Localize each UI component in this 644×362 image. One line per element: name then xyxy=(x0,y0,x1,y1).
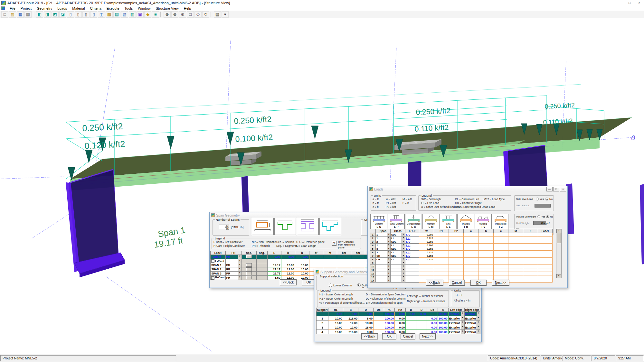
table-cell[interactable] xyxy=(242,259,256,263)
toolbar-button-15[interactable]: ▤ xyxy=(113,11,120,18)
table-cell[interactable]: 12.00 xyxy=(343,321,358,325)
table-cell[interactable]: 0.00 xyxy=(295,255,309,259)
table-cell[interactable]: 0.250 xyxy=(419,233,434,237)
table-cell[interactable] xyxy=(434,275,449,279)
table-cell[interactable]: 10.00 xyxy=(295,263,309,267)
table-cell[interactable]: Interior▼ xyxy=(464,312,480,316)
table-cell[interactable] xyxy=(538,275,553,279)
table-cell[interactable] xyxy=(464,261,478,265)
dropdown-arrow[interactable]: ▼ xyxy=(402,254,405,257)
table-cell[interactable] xyxy=(538,251,553,254)
scroll-thumb[interactable] xyxy=(557,233,561,243)
table-cell[interactable] xyxy=(323,255,337,259)
table-cell[interactable] xyxy=(434,251,449,254)
table-cell[interactable] xyxy=(538,261,553,265)
dropdown-arrow[interactable]: ▼ xyxy=(238,263,242,267)
table-cell[interactable] xyxy=(538,254,553,258)
table-cell[interactable]: 0.00 xyxy=(395,321,406,325)
table-cell[interactable] xyxy=(478,240,494,244)
table-cell[interactable] xyxy=(419,272,434,275)
skip-no-radio[interactable] xyxy=(545,198,548,200)
table-cell[interactable]: SPAN 3 xyxy=(211,272,226,276)
table-cell[interactable]: 2 xyxy=(317,321,328,325)
table-cell[interactable]: Typical xyxy=(211,255,226,259)
table-cell[interactable]: 100.00 xyxy=(438,312,449,316)
dropdown-arrow[interactable]: ▼ xyxy=(387,247,390,250)
load-type-button-L-U[interactable]: UniformL-U xyxy=(370,214,387,229)
dropdown-arrow[interactable]: ▼ xyxy=(387,272,390,275)
table-cell[interactable]: 100.00 xyxy=(438,316,449,321)
table-cell[interactable] xyxy=(523,247,538,251)
table-cell[interactable] xyxy=(281,259,295,263)
help-button[interactable]: ? xyxy=(332,241,336,246)
selfweight-yes-radio[interactable] xyxy=(537,215,540,218)
table-cell[interactable] xyxy=(406,321,416,325)
table-cell[interactable]: 4 xyxy=(370,244,376,247)
table-cell[interactable]: 18.00 xyxy=(358,321,374,325)
table-cell[interactable] xyxy=(256,263,267,267)
section-cell-button[interactable] xyxy=(246,263,252,267)
table-cell[interactable] xyxy=(416,316,427,321)
table-cell[interactable] xyxy=(449,244,464,247)
table-cell[interactable]: 12.00 xyxy=(281,263,295,267)
table-cell[interactable]: Exterior▼ xyxy=(448,316,464,321)
dropdown-arrow[interactable]: ▼ xyxy=(238,259,242,263)
table-cell[interactable]: L-U xyxy=(405,244,419,247)
table-cell[interactable] xyxy=(494,261,508,265)
table-cell[interactable]: SDL▼ xyxy=(391,254,405,258)
toolbar-button-5[interactable]: ◧ xyxy=(36,11,43,18)
table-cell[interactable]: 0.00 xyxy=(267,255,281,259)
table-cell[interactable]: 0.00 xyxy=(395,325,406,330)
table-cell[interactable] xyxy=(434,240,449,244)
table-cell[interactable]: 10.00 xyxy=(328,316,343,321)
section-i-button[interactable] xyxy=(297,218,319,235)
toolbar-button-25[interactable]: □ xyxy=(187,11,194,18)
dropdown-arrow[interactable]: ▼ xyxy=(461,312,464,316)
menu-file[interactable]: File xyxy=(7,6,18,10)
table-cell[interactable]: 18.00 xyxy=(358,325,374,330)
table-cell[interactable]: 1 xyxy=(317,316,328,321)
next-button[interactable]: Next >> xyxy=(420,333,436,339)
cancel-button[interactable]: Cancel xyxy=(401,333,415,339)
table-cell[interactable] xyxy=(267,259,281,263)
dialog-title-bar[interactable]: Loads — □ × xyxy=(368,186,567,192)
table-cell[interactable] xyxy=(309,259,323,263)
table-cell[interactable]: 10.00 xyxy=(328,321,343,325)
table-cell[interactable] xyxy=(242,267,256,272)
table-cell[interactable]: 0.120 xyxy=(419,237,434,240)
row-checkbox[interactable] xyxy=(211,259,214,263)
dropdown-arrow[interactable]: ▼ xyxy=(387,258,390,261)
table-cell[interactable]: 6 xyxy=(370,251,376,254)
table-cell[interactable]: 0.00 xyxy=(395,312,406,316)
table-cell[interactable] xyxy=(434,272,449,275)
dropdown-arrow[interactable]: ▼ xyxy=(477,321,480,325)
table-cell[interactable]: 10.00 xyxy=(295,267,309,272)
toolbar-button-24[interactable]: ⊙ xyxy=(179,11,186,18)
table-cell[interactable]: Exterior▼ xyxy=(464,316,480,321)
table-cell[interactable] xyxy=(494,247,508,251)
table-cell[interactable] xyxy=(478,258,494,261)
table-cell[interactable] xyxy=(494,268,508,272)
table-cell[interactable] xyxy=(478,233,494,237)
table-cell[interactable] xyxy=(374,321,384,325)
table-cell[interactable] xyxy=(434,233,449,237)
dropdown-arrow[interactable]: ▼ xyxy=(402,233,405,236)
menu-material[interactable]: Material xyxy=(70,6,87,10)
dropdown-arrow[interactable]: ▼ xyxy=(461,321,464,325)
table-cell[interactable] xyxy=(508,265,523,268)
table-cell[interactable]: Exterior▼ xyxy=(464,325,480,330)
table-cell[interactable]: L-U xyxy=(405,240,419,244)
table-cell[interactable]: PR▼ xyxy=(225,263,242,267)
table-cell[interactable] xyxy=(494,265,508,268)
table-cell[interactable] xyxy=(494,258,508,261)
table-cell[interactable] xyxy=(449,268,464,272)
table-cell[interactable] xyxy=(523,237,538,240)
table-cell[interactable] xyxy=(242,255,256,259)
table-cell[interactable]: 1▼ xyxy=(376,237,391,240)
back-button[interactable]: << Back xyxy=(280,279,297,285)
table-cell[interactable]: LL▼ xyxy=(391,251,405,254)
toolbar-button-13[interactable]: ◫ xyxy=(98,11,105,18)
table-cell[interactable]: 10.00 xyxy=(295,272,309,276)
table-cell[interactable] xyxy=(508,244,523,247)
table-cell[interactable]: 100.00 xyxy=(438,321,449,325)
